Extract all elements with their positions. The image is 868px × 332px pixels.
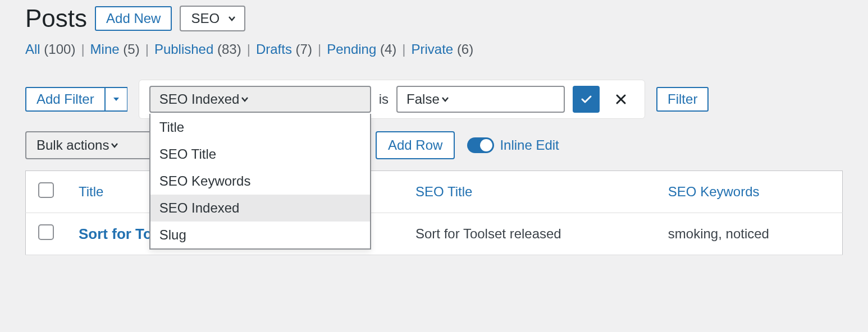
dropdown-option-seo-indexed[interactable]: SEO Indexed [150, 195, 370, 222]
dropdown-option-slug[interactable]: Slug [150, 222, 370, 248]
status-link-mine[interactable]: Mine [90, 42, 120, 57]
posts-table: Title SEO Title SEO Keywords Sort for To… [25, 170, 843, 255]
filter-field-dropdown: Title SEO Title SEO Keywords SEO Indexed… [149, 114, 371, 250]
separator: | [245, 42, 253, 57]
check-icon [579, 93, 593, 106]
column-header-seo-keywords[interactable]: SEO Keywords [668, 184, 760, 199]
add-filter-button[interactable]: Add Filter [25, 87, 105, 112]
view-select[interactable]: SEO [180, 6, 245, 31]
select-all-checkbox[interactable] [38, 182, 54, 198]
confirm-filter-button[interactable] [573, 86, 600, 113]
chevron-down-icon [239, 94, 250, 105]
filter-field-value: SEO Indexed [159, 91, 240, 107]
inline-edit-label: Inline Edit [500, 137, 559, 153]
status-link-private[interactable]: Private [412, 42, 454, 57]
status-filter-links: All (100) | Mine (5) | Published (83) | … [25, 42, 843, 57]
separator: | [316, 42, 323, 57]
inline-edit-toggle[interactable] [467, 137, 494, 153]
status-count: (100) [44, 42, 75, 57]
add-filter-dropdown-button[interactable] [105, 87, 127, 112]
filter-expression: SEO Indexed Title SEO Title SEO Keywords… [139, 80, 645, 119]
status-link-all[interactable]: All [25, 42, 40, 57]
toggle-knob-icon [480, 139, 492, 151]
separator: | [400, 42, 408, 57]
status-count: (4) [380, 42, 396, 57]
separator: | [143, 42, 151, 57]
filter-value-select[interactable]: False [396, 86, 565, 113]
cancel-filter-button[interactable] [607, 86, 634, 113]
separator: | [79, 42, 86, 57]
filter-button[interactable]: Filter [656, 87, 709, 112]
cell-seo-keywords: smoking, noticed [656, 213, 843, 255]
dropdown-option-title[interactable]: Title [150, 114, 370, 141]
bulk-actions-select[interactable]: Bulk actions [25, 131, 160, 159]
chevron-down-icon [109, 140, 120, 151]
view-select-value: SEO [191, 11, 220, 26]
add-row-button[interactable]: Add Row [376, 131, 455, 159]
status-link-published[interactable]: Published [154, 42, 213, 57]
caret-down-icon [112, 95, 120, 103]
status-count: (6) [457, 42, 473, 57]
status-count: (83) [217, 42, 241, 57]
status-count: (5) [123, 42, 139, 57]
column-header-title[interactable]: Title [79, 184, 103, 199]
cell-seo-title: Sort for Toolset released [403, 213, 656, 255]
filter-value: False [406, 91, 440, 107]
table-row: Sort for Tools Sort for Toolset released… [26, 213, 843, 255]
close-icon [615, 93, 627, 105]
filter-field-select[interactable]: SEO Indexed Title SEO Title SEO Keywords… [149, 86, 371, 113]
page-title: Posts [25, 6, 87, 31]
filter-operator: is [379, 91, 389, 107]
dropdown-option-seo-title[interactable]: SEO Title [150, 141, 370, 168]
add-new-button[interactable]: Add New [95, 6, 172, 31]
status-link-drafts[interactable]: Drafts [256, 42, 292, 57]
chevron-down-icon [226, 13, 237, 24]
column-header-seo-title[interactable]: SEO Title [415, 184, 472, 199]
status-link-pending[interactable]: Pending [327, 42, 376, 57]
row-checkbox[interactable] [38, 224, 54, 240]
chevron-down-icon [440, 94, 451, 105]
bulk-actions-value: Bulk actions [36, 137, 109, 153]
dropdown-option-seo-keywords[interactable]: SEO Keywords [150, 168, 370, 195]
status-count: (7) [296, 42, 312, 57]
